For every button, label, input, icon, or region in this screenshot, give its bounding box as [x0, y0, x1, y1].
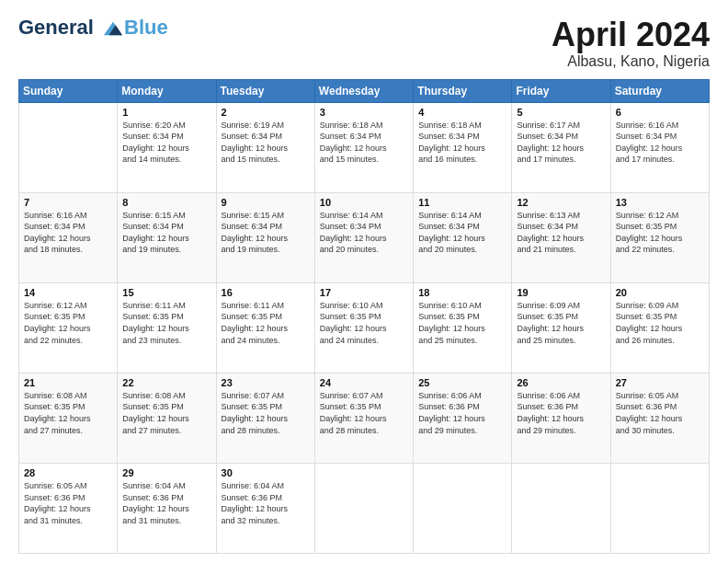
calendar-cell: 10Sunrise: 6:14 AM Sunset: 6:34 PM Dayli…: [314, 192, 413, 282]
calendar-cell: 20Sunrise: 6:09 AM Sunset: 6:35 PM Dayli…: [610, 282, 709, 373]
day-number: 2: [222, 107, 310, 118]
day-number: 4: [418, 107, 506, 118]
day-number: 22: [122, 377, 210, 388]
title-block: April 2024 Albasu, Kano, Nigeria: [552, 17, 710, 70]
calendar-cell: 21Sunrise: 6:08 AM Sunset: 6:35 PM Dayli…: [19, 373, 118, 463]
calendar-header-thursday: Thursday: [414, 79, 512, 102]
day-info: Sunrise: 6:15 AM Sunset: 6:34 PM Dayligh…: [222, 210, 310, 256]
day-info: Sunrise: 6:08 AM Sunset: 6:35 PM Dayligh…: [122, 390, 210, 436]
header: General Blue April 2024 Albasu, Kano, Ni…: [18, 17, 710, 70]
day-info: Sunrise: 6:07 AM Sunset: 6:35 PM Dayligh…: [222, 390, 310, 436]
main-title: April 2024: [552, 17, 710, 53]
calendar-cell: 13Sunrise: 6:12 AM Sunset: 6:35 PM Dayli…: [610, 192, 709, 282]
calendar-cell: 27Sunrise: 6:05 AM Sunset: 6:36 PM Dayli…: [610, 373, 709, 463]
day-number: 13: [616, 197, 704, 208]
logo-line2: Blue: [124, 16, 168, 39]
day-info: Sunrise: 6:08 AM Sunset: 6:35 PM Dayligh…: [24, 390, 112, 436]
calendar-cell: 17Sunrise: 6:10 AM Sunset: 6:35 PM Dayli…: [314, 282, 413, 373]
day-info: Sunrise: 6:04 AM Sunset: 6:36 PM Dayligh…: [122, 480, 210, 526]
day-number: 19: [517, 287, 605, 298]
day-info: Sunrise: 6:18 AM Sunset: 6:34 PM Dayligh…: [320, 120, 408, 166]
calendar-cell: [610, 463, 709, 553]
day-number: 17: [320, 287, 408, 298]
day-info: Sunrise: 6:14 AM Sunset: 6:34 PM Dayligh…: [320, 210, 408, 256]
logo: General Blue: [18, 17, 168, 39]
day-number: 28: [24, 467, 112, 478]
logo-text: General Blue: [18, 17, 168, 39]
calendar-cell: 11Sunrise: 6:14 AM Sunset: 6:34 PM Dayli…: [414, 192, 512, 282]
day-info: Sunrise: 6:19 AM Sunset: 6:34 PM Dayligh…: [222, 120, 310, 166]
day-number: 10: [320, 197, 408, 208]
day-number: 16: [222, 287, 310, 298]
day-info: Sunrise: 6:07 AM Sunset: 6:35 PM Dayligh…: [320, 390, 408, 436]
day-number: 1: [122, 107, 210, 118]
calendar-header-tuesday: Tuesday: [216, 79, 314, 102]
calendar-header-row: SundayMondayTuesdayWednesdayThursdayFrid…: [19, 79, 710, 102]
day-number: 27: [616, 377, 704, 388]
calendar-header-saturday: Saturday: [610, 79, 709, 102]
calendar-cell: 26Sunrise: 6:06 AM Sunset: 6:36 PM Dayli…: [512, 373, 610, 463]
day-number: 15: [122, 287, 210, 298]
calendar-cell: [414, 463, 512, 553]
calendar-cell: 6Sunrise: 6:16 AM Sunset: 6:34 PM Daylig…: [610, 102, 709, 192]
calendar-cell: 3Sunrise: 6:18 AM Sunset: 6:34 PM Daylig…: [314, 102, 413, 192]
day-number: 8: [122, 197, 210, 208]
calendar-cell: 7Sunrise: 6:16 AM Sunset: 6:34 PM Daylig…: [19, 192, 118, 282]
day-info: Sunrise: 6:10 AM Sunset: 6:35 PM Dayligh…: [320, 300, 408, 346]
day-number: 7: [24, 197, 112, 208]
calendar-cell: [314, 463, 413, 553]
calendar-week-2: 7Sunrise: 6:16 AM Sunset: 6:34 PM Daylig…: [19, 192, 710, 282]
day-info: Sunrise: 6:06 AM Sunset: 6:36 PM Dayligh…: [418, 390, 506, 436]
day-info: Sunrise: 6:06 AM Sunset: 6:36 PM Dayligh…: [517, 390, 605, 436]
day-info: Sunrise: 6:11 AM Sunset: 6:35 PM Dayligh…: [122, 300, 210, 346]
day-info: Sunrise: 6:13 AM Sunset: 6:34 PM Dayligh…: [517, 210, 605, 256]
calendar-week-1: 1Sunrise: 6:20 AM Sunset: 6:34 PM Daylig…: [19, 102, 710, 192]
subtitle: Albasu, Kano, Nigeria: [552, 53, 710, 70]
day-info: Sunrise: 6:11 AM Sunset: 6:35 PM Dayligh…: [222, 300, 310, 346]
day-number: 11: [418, 197, 506, 208]
calendar-cell: 23Sunrise: 6:07 AM Sunset: 6:35 PM Dayli…: [216, 373, 314, 463]
calendar-cell: 29Sunrise: 6:04 AM Sunset: 6:36 PM Dayli…: [118, 463, 216, 553]
day-number: 6: [616, 107, 704, 118]
calendar-header-friday: Friday: [512, 79, 610, 102]
day-number: 9: [222, 197, 310, 208]
calendar-cell: [19, 102, 118, 192]
day-info: Sunrise: 6:18 AM Sunset: 6:34 PM Dayligh…: [418, 120, 506, 166]
calendar-cell: 15Sunrise: 6:11 AM Sunset: 6:35 PM Dayli…: [118, 282, 216, 373]
calendar-cell: 16Sunrise: 6:11 AM Sunset: 6:35 PM Dayli…: [216, 282, 314, 373]
day-info: Sunrise: 6:15 AM Sunset: 6:34 PM Dayligh…: [122, 210, 210, 256]
day-number: 3: [320, 107, 408, 118]
day-number: 5: [517, 107, 605, 118]
day-number: 12: [517, 197, 605, 208]
calendar-cell: 5Sunrise: 6:17 AM Sunset: 6:34 PM Daylig…: [512, 102, 610, 192]
day-number: 20: [616, 287, 704, 298]
calendar-cell: 4Sunrise: 6:18 AM Sunset: 6:34 PM Daylig…: [414, 102, 512, 192]
calendar-cell: 12Sunrise: 6:13 AM Sunset: 6:34 PM Dayli…: [512, 192, 610, 282]
calendar-cell: 19Sunrise: 6:09 AM Sunset: 6:35 PM Dayli…: [512, 282, 610, 373]
calendar-cell: 9Sunrise: 6:15 AM Sunset: 6:34 PM Daylig…: [216, 192, 314, 282]
day-info: Sunrise: 6:09 AM Sunset: 6:35 PM Dayligh…: [616, 300, 704, 346]
day-info: Sunrise: 6:09 AM Sunset: 6:35 PM Dayligh…: [517, 300, 605, 346]
day-info: Sunrise: 6:10 AM Sunset: 6:35 PM Dayligh…: [418, 300, 506, 346]
day-info: Sunrise: 6:16 AM Sunset: 6:34 PM Dayligh…: [24, 210, 112, 256]
calendar-cell: 22Sunrise: 6:08 AM Sunset: 6:35 PM Dayli…: [118, 373, 216, 463]
day-number: 26: [517, 377, 605, 388]
day-info: Sunrise: 6:17 AM Sunset: 6:34 PM Dayligh…: [517, 120, 605, 166]
calendar-cell: 14Sunrise: 6:12 AM Sunset: 6:35 PM Dayli…: [19, 282, 118, 373]
day-info: Sunrise: 6:20 AM Sunset: 6:34 PM Dayligh…: [122, 120, 210, 166]
calendar-cell: 28Sunrise: 6:05 AM Sunset: 6:36 PM Dayli…: [19, 463, 118, 553]
calendar-table: SundayMondayTuesdayWednesdayThursdayFrid…: [18, 79, 710, 554]
day-number: 23: [222, 377, 310, 388]
day-number: 14: [24, 287, 112, 298]
day-number: 29: [122, 467, 210, 478]
calendar-cell: 8Sunrise: 6:15 AM Sunset: 6:34 PM Daylig…: [118, 192, 216, 282]
calendar-cell: [512, 463, 610, 553]
day-number: 30: [222, 467, 310, 478]
calendar-week-3: 14Sunrise: 6:12 AM Sunset: 6:35 PM Dayli…: [19, 282, 710, 373]
calendar-cell: 25Sunrise: 6:06 AM Sunset: 6:36 PM Dayli…: [414, 373, 512, 463]
calendar-cell: 24Sunrise: 6:07 AM Sunset: 6:35 PM Dayli…: [314, 373, 413, 463]
day-number: 18: [418, 287, 506, 298]
calendar-week-4: 21Sunrise: 6:08 AM Sunset: 6:35 PM Dayli…: [19, 373, 710, 463]
calendar-cell: 30Sunrise: 6:04 AM Sunset: 6:36 PM Dayli…: [216, 463, 314, 553]
calendar-cell: 1Sunrise: 6:20 AM Sunset: 6:34 PM Daylig…: [118, 102, 216, 192]
